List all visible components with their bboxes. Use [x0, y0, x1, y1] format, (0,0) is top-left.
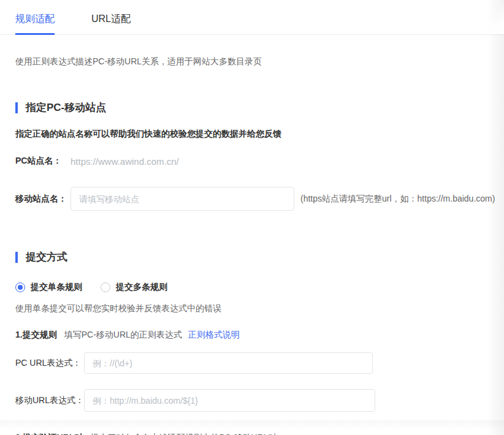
site-section-note: 指定正确的站点名称可以帮助我们快速的校验您提交的数据并给您反馈 [15, 129, 489, 140]
radio-single-rule-label: 提交单条规则 [31, 282, 82, 293]
regex-format-help-link[interactable]: 正则格式说明 [188, 330, 240, 341]
method-section-note: 使用单条提交可以帮您实时校验并反馈表达式中的错误 [15, 303, 489, 314]
radio-single-rule[interactable]: 提交单条规则 [15, 282, 82, 293]
rule-step-desc: 填写PC-移动URL的正则表达式 [64, 330, 182, 341]
tab-url-adaptation[interactable]: URL适配 [91, 13, 131, 34]
pc-expression-input[interactable] [84, 352, 373, 374]
pc-site-row: PC站点名： https://www.awind.com.cn/ [15, 156, 504, 167]
method-section-header: 提交方式 [15, 250, 504, 264]
mobile-expression-input[interactable] [84, 389, 375, 412]
method-section-title: 提交方式 [26, 250, 67, 264]
section-accent-bar [15, 252, 18, 263]
mobile-expression-row: 移动URL表达式： [15, 389, 504, 412]
site-section-title: 指定PC-移动站点 [26, 100, 106, 115]
radio-icon[interactable] [15, 282, 25, 292]
pc-site-label: PC站点名： [15, 156, 71, 167]
verify-step-line: 2.提交验证URL对 提交三对包含在上述适配规则中的PC-移动URL对 [15, 433, 489, 435]
tab-rule-adaptation[interactable]: 规则适配 [15, 13, 55, 34]
tab-rule-adaptation-label: 规则适配 [15, 13, 55, 24]
pc-site-value: https://www.awind.com.cn/ [71, 156, 179, 167]
intro-text: 使用正则表达式描述PC-移动URL关系，适用于网站大多数目录页 [15, 56, 489, 67]
verify-step-number: 2.提交验证URL对 [15, 433, 83, 435]
pc-expression-row: PC URL表达式： [15, 352, 504, 374]
radio-multiple-rules-label: 提交多条规则 [116, 282, 167, 293]
soft-divider [0, 420, 504, 431]
rule-step-number: 1.提交规则 [15, 330, 57, 341]
mobile-site-row: 移动站点名： (https站点请填写完整url，如：https://m.baid… [15, 187, 504, 211]
mobile-site-label: 移动站点名： [15, 194, 71, 205]
verify-step-desc: 提交三对包含在上述适配规则中的PC-移动URL对 [90, 433, 277, 435]
mobile-expression-label: 移动URL表达式： [15, 395, 84, 406]
submit-method-radio-row: 提交单条规则 提交多条规则 [15, 282, 504, 293]
mobile-site-input[interactable] [71, 187, 294, 211]
tab-url-adaptation-label: URL适配 [91, 13, 131, 24]
site-section-header: 指定PC-移动站点 [15, 100, 504, 115]
pc-expression-label: PC URL表达式： [15, 358, 84, 369]
radio-multiple-rules[interactable]: 提交多条规则 [101, 282, 167, 293]
radio-icon[interactable] [101, 282, 110, 292]
mobile-site-hint: (https站点请填写完整url，如：https://m.baidu.com) [300, 194, 495, 205]
section-accent-bar [15, 102, 18, 113]
tab-bar: 规则适配 URL适配 [0, 0, 504, 35]
rule-step-line: 1.提交规则 填写PC-移动URL的正则表达式 正则格式说明 [15, 330, 489, 341]
